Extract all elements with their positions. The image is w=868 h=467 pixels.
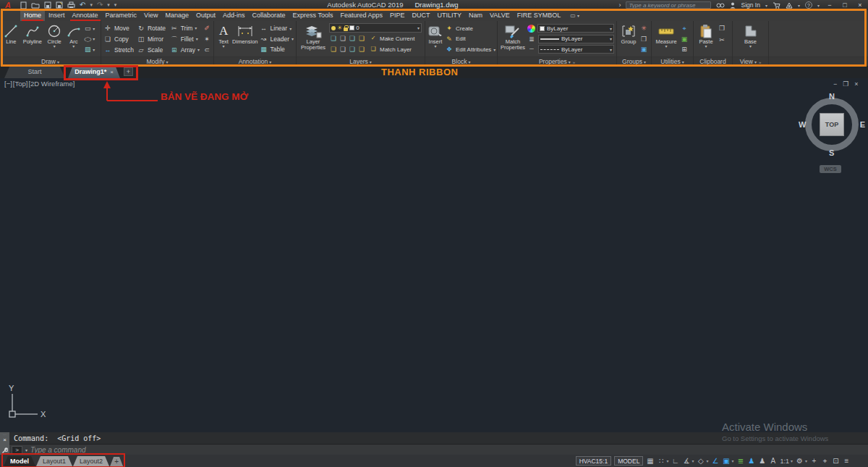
- tab-duct[interactable]: DUCT: [408, 10, 433, 21]
- tab-utility[interactable]: UTILITY: [433, 10, 465, 21]
- scale-button[interactable]: ▱Scale: [137, 45, 167, 55]
- layer-thaw-icon[interactable]: ❏: [339, 45, 347, 54]
- command-close-icon[interactable]: ×: [3, 437, 7, 443]
- move-button[interactable]: ✛Move: [103, 23, 134, 33]
- line-button[interactable]: Line: [2, 22, 20, 55]
- measure-dropdown-icon[interactable]: ▾: [665, 45, 667, 49]
- viewport-minimize-control[interactable]: [−]: [4, 80, 12, 88]
- copy-clip-button[interactable]: ❐: [718, 23, 727, 33]
- paste-button[interactable]: Paste ▾: [696, 22, 716, 55]
- fillet-button[interactable]: ⌒Fillet▾: [170, 34, 200, 44]
- layer-isolate-icon[interactable]: ❏: [339, 34, 347, 43]
- object-color-dropdown[interactable]: ByLayer▾: [537, 24, 614, 33]
- viewcube-top-face[interactable]: TOP: [820, 113, 844, 136]
- layer-on-tool-icon[interactable]: ❏: [348, 45, 357, 54]
- new-file-icon[interactable]: [20, 1, 27, 9]
- qat-customize-icon[interactable]: ▾: [114, 2, 117, 8]
- annotation-scale-button[interactable]: 1:1: [780, 456, 789, 466]
- minimize-button[interactable]: −: [825, 1, 835, 9]
- annotation-scale-letter-icon[interactable]: A: [769, 456, 777, 466]
- quick-calculator-button[interactable]: ⊞: [680, 44, 689, 54]
- utilities-panel-label[interactable]: Utilities▾: [652, 56, 693, 66]
- polyline-button[interactable]: Polyline: [22, 22, 43, 55]
- layers-panel-label[interactable]: Layers▾: [297, 56, 425, 66]
- tab-featured-apps[interactable]: Featured Apps: [336, 10, 386, 21]
- redo-icon[interactable]: ↷: [97, 1, 103, 9]
- open-file-icon[interactable]: [31, 1, 40, 9]
- insert-button[interactable]: Insert ▾: [427, 22, 443, 55]
- tab-add-ins[interactable]: Add-ins: [219, 10, 249, 21]
- layer-freeze-icon[interactable]: ❏: [348, 34, 357, 43]
- viewport-view-control[interactable]: [Top]: [13, 80, 28, 88]
- annotation-panel-label[interactable]: Annotation▾: [214, 56, 296, 66]
- measure-button[interactable]: Measure ▾: [654, 22, 678, 55]
- customization-menu-icon[interactable]: ≡: [843, 456, 851, 466]
- circle-dropdown-icon[interactable]: ▾: [54, 45, 56, 49]
- tab-view[interactable]: View: [140, 10, 161, 21]
- erase-button[interactable]: ✐: [203, 23, 211, 33]
- isometric-drafting-icon[interactable]: ◇: [697, 456, 705, 466]
- circle-button[interactable]: Circle ▾: [45, 22, 64, 55]
- save-icon[interactable]: [44, 1, 51, 9]
- autocad-logo-icon[interactable]: A: [0, 1, 16, 10]
- ungroup-button[interactable]: ❐: [639, 34, 649, 44]
- linetype-dropdown[interactable]: ByLayer▾: [538, 45, 614, 54]
- tab-output[interactable]: Output: [192, 10, 219, 21]
- viewcube-east[interactable]: E: [860, 120, 865, 129]
- clean-screen-icon[interactable]: ⊡: [832, 456, 840, 466]
- tab-nam[interactable]: Nam: [465, 10, 486, 21]
- viewcube-south[interactable]: S: [829, 148, 834, 157]
- tab-home[interactable]: Home: [20, 10, 45, 21]
- new-layout-button[interactable]: +: [110, 457, 123, 466]
- copy-button[interactable]: ❏Copy: [103, 34, 134, 44]
- lineweight-display-icon[interactable]: ≣: [736, 456, 744, 466]
- sign-in-dropdown-icon[interactable]: ▾: [765, 3, 767, 8]
- maximize-button[interactable]: □: [840, 1, 850, 9]
- model-space-button[interactable]: MODEL: [614, 456, 643, 466]
- tab-fire-symbol[interactable]: FIRE SYMBOL: [514, 10, 565, 21]
- drawing-minimize-icon[interactable]: −: [833, 80, 837, 88]
- rotate-button[interactable]: ↻Rotate: [137, 23, 167, 33]
- layout2-tab[interactable]: Layout2: [73, 456, 109, 466]
- tab-collaborate[interactable]: Collaborate: [249, 10, 289, 21]
- ellipse-button[interactable]: ◯▾: [83, 34, 98, 44]
- arc-button[interactable]: Arc ▾: [65, 22, 82, 55]
- dimension-button[interactable]: Dimension: [232, 22, 258, 55]
- new-drawing-tab-button[interactable]: +: [124, 67, 133, 76]
- groups-panel-label[interactable]: Groups▾: [617, 56, 651, 66]
- trim-button[interactable]: ✂Trim▾: [170, 23, 200, 33]
- table-button[interactable]: ▦Table: [260, 44, 294, 54]
- osnap-dropdown-icon[interactable]: ▾: [731, 458, 733, 463]
- tab-pipe[interactable]: PIPE: [386, 10, 409, 21]
- text-dropdown-icon[interactable]: ▾: [223, 45, 225, 49]
- layout1-tab[interactable]: Layout1: [36, 456, 72, 466]
- annotation-autoscale-icon[interactable]: ♟: [758, 456, 766, 466]
- snap-dropdown-icon[interactable]: ▾: [666, 458, 668, 463]
- draw-panel-label[interactable]: Draw▾: [0, 56, 101, 66]
- viewport-scale-button[interactable]: HVAC15:1: [576, 456, 612, 466]
- hatch-button[interactable]: ▨▾: [83, 44, 98, 54]
- layer-unisolate-icon[interactable]: ❏: [329, 45, 338, 54]
- layer-properties-button[interactable]: Layer Properties: [299, 22, 328, 55]
- share-dropdown-icon[interactable]: ▾: [798, 3, 800, 8]
- group-edit-button[interactable]: ✳: [639, 23, 649, 33]
- layer-off-icon[interactable]: ❏: [329, 34, 338, 43]
- workspace-gear-icon[interactable]: ⚙: [796, 456, 804, 466]
- create-block-button[interactable]: ✦Create: [445, 23, 495, 33]
- edit-attributes-button[interactable]: ❖Edit Attributes▾: [445, 44, 495, 54]
- wcs-dropdown[interactable]: WCS: [820, 165, 841, 173]
- array-button[interactable]: ⊞Array▾: [170, 45, 200, 55]
- rectangle-button[interactable]: ▭▾: [83, 23, 98, 33]
- match-properties-button[interactable]: Match Properties: [500, 22, 526, 55]
- layer-dropdown-arrow-icon[interactable]: ▾: [417, 25, 420, 30]
- paste-dropdown-icon[interactable]: ▾: [705, 45, 707, 49]
- drawing-close-icon[interactable]: ×: [854, 80, 858, 88]
- plot-icon[interactable]: [67, 1, 75, 9]
- command-window-grip[interactable]: ⋯ ×: [0, 432, 9, 455]
- search-collapse-icon[interactable]: ›: [618, 0, 621, 10]
- model-tab[interactable]: Model: [4, 456, 35, 466]
- modify-panel-label[interactable]: Modify▾: [101, 56, 213, 66]
- group-button[interactable]: Group: [619, 22, 638, 55]
- ribbon-collapse-icon[interactable]: ▭ ▾: [570, 10, 579, 21]
- recent-commands-icon[interactable]: ▾: [25, 447, 27, 453]
